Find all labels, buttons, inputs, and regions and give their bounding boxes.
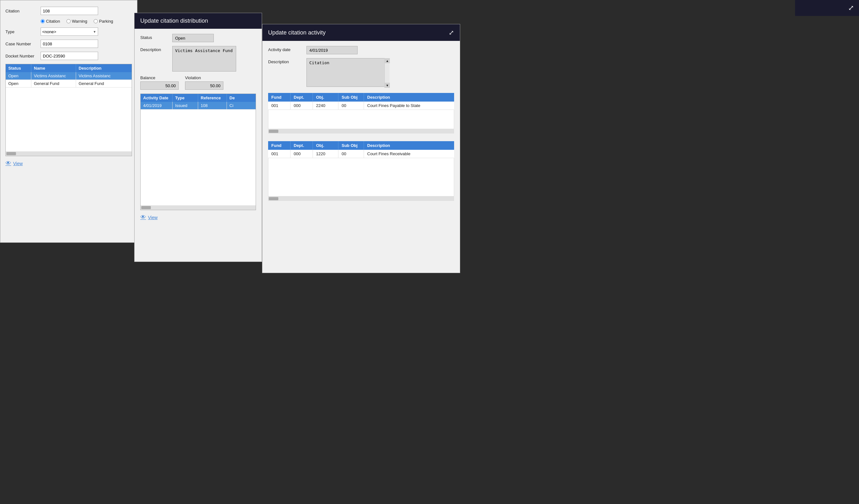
g2-col-obj: Obj. [313, 141, 338, 150]
grid1-empty [268, 110, 454, 129]
grid1-row[interactable]: 001 000 2240 00 Court Fines Payable to S… [268, 102, 454, 110]
row1-name: Victims Assistanc [31, 72, 76, 79]
citation-label: Citation [5, 9, 41, 13]
g1-dept: 000 [290, 102, 313, 109]
expand-activity-icon[interactable]: ⤢ [449, 29, 454, 36]
g1-col-dept: Dept. [290, 93, 313, 102]
activity-date-row: Activity date [268, 46, 454, 54]
grid1-scrollbar[interactable] [268, 129, 454, 134]
citation-input[interactable] [41, 7, 98, 15]
dist-scrollbar-thumb[interactable] [141, 206, 151, 209]
grid1-header: Fund Dept. Obj. Sub Obj Description [268, 93, 454, 102]
case-number-input[interactable] [41, 40, 98, 48]
scroll-down-arrow[interactable]: ▼ [385, 83, 390, 88]
table-row[interactable]: Open Victims Assistanc Victims Assistanc [6, 72, 132, 80]
activity-panel: Update citation activity ⤢ Activity date… [262, 24, 460, 273]
activity-table-header: Activity Date Type Reference De [140, 94, 256, 102]
g2-description: Court Fines Receivable [364, 150, 454, 158]
radio-parking-label: Parking [99, 19, 113, 24]
balance-violation-row: Balance Violation [140, 75, 256, 90]
radio-warning[interactable]: Warning [66, 19, 87, 24]
status-row: Status [140, 34, 256, 42]
eye-icon: 👁 [5, 160, 11, 167]
expand-icon[interactable]: ⤢ [848, 4, 854, 12]
activity-date-input [306, 46, 358, 54]
col-description: Description [76, 64, 132, 72]
view-label[interactable]: View [13, 161, 23, 166]
type-select[interactable]: <none> [41, 28, 98, 36]
grid1-scrollbar-thumb[interactable] [269, 130, 278, 133]
g2-subobj: 00 [338, 150, 364, 158]
top-bar: ⤢ [795, 0, 859, 16]
act-reference: 108 [198, 102, 227, 109]
activity-description-textarea: Citation [306, 58, 390, 87]
grid2-row[interactable]: 001 000 1220 00 Court Fines Receivable [268, 150, 454, 158]
g2-col-subobj: Sub Obj [338, 141, 364, 150]
grid2-scrollbar[interactable] [268, 196, 454, 201]
docket-number-input[interactable] [41, 52, 98, 60]
row2-name: General Fund [31, 80, 76, 87]
g1-col-fund: Fund [268, 93, 290, 102]
g1-col-description: Description [364, 93, 454, 102]
grid1-section: Fund Dept. Obj. Sub Obj Description 001 … [268, 93, 454, 134]
status-label: Status [140, 34, 172, 40]
g1-col-subobj: Sub Obj [338, 93, 364, 102]
col-status: Status [6, 64, 31, 72]
description-label: Description [140, 46, 172, 52]
g1-obj: 2240 [313, 102, 338, 109]
activity-table-row[interactable]: 4/01/2019 Issued 108 Ci [140, 102, 256, 109]
horizontal-scrollbar[interactable] [6, 151, 132, 156]
balance-input [140, 81, 179, 90]
act-type: Issued [172, 102, 198, 109]
violation-label: Violation [185, 75, 223, 80]
col-activity-date: Activity Date [140, 94, 172, 102]
distribution-view-label[interactable]: View [148, 215, 157, 220]
status-input [172, 34, 214, 42]
distribution-panel-title: Update citation distribution [135, 13, 262, 29]
grid2-scrollbar-thumb[interactable] [269, 197, 278, 200]
g2-obj: 1220 [313, 150, 338, 158]
radio-parking[interactable]: Parking [94, 19, 113, 24]
radio-warning-label: Warning [72, 19, 87, 24]
table-empty-space [6, 88, 132, 151]
activity-description-scrollbar[interactable]: ▲ ▼ [385, 58, 390, 88]
balance-label: Balance [140, 75, 179, 80]
citation-table-header: Status Name Description [6, 64, 132, 72]
radio-citation[interactable]: Citation [41, 19, 60, 24]
row2-status: Open [6, 80, 31, 87]
case-number-row: Case Number [5, 40, 132, 48]
activity-table: Activity Date Type Reference De 4/01/201… [140, 94, 256, 210]
citation-row: Citation [5, 7, 132, 15]
g2-dept: 000 [290, 150, 313, 158]
activity-title-text: Update citation activity [268, 29, 326, 36]
scroll-up-arrow[interactable]: ▲ [385, 58, 390, 63]
grid2-header: Fund Dept. Obj. Sub Obj Description [268, 141, 454, 150]
distribution-view-link[interactable]: 👁 View [140, 214, 256, 221]
distribution-eye-icon: 👁 [140, 214, 146, 221]
type-label: Type [5, 29, 41, 34]
table-row[interactable]: Open General Fund General Fund [6, 80, 132, 88]
col-name: Name [31, 64, 76, 72]
distribution-panel-body: Status Description Victims Assistance Fu… [135, 29, 262, 226]
activity-panel-body: Activity date Description Citation ▲ ▼ F… [262, 41, 460, 211]
case-number-label: Case Number [5, 42, 41, 46]
radio-group: Citation Warning Parking [5, 19, 132, 24]
scroll-track [385, 63, 390, 83]
act-de: Ci [227, 102, 256, 109]
activity-description-label: Description [268, 58, 306, 64]
g1-subobj: 00 [338, 102, 364, 109]
grid2-section: Fund Dept. Obj. Sub Obj Description 001 … [268, 141, 454, 201]
g1-fund: 001 [268, 102, 290, 109]
g2-col-description: Description [364, 141, 454, 150]
scrollbar-thumb[interactable] [6, 152, 16, 155]
balance-group: Balance [140, 75, 179, 90]
row1-status: Open [6, 72, 31, 79]
row1-description: Victims Assistanc [76, 72, 132, 79]
g1-col-obj: Obj. [313, 93, 338, 102]
activity-description-wrapper: Citation ▲ ▼ [306, 58, 390, 88]
view-link[interactable]: 👁 View [5, 160, 132, 167]
g2-col-fund: Fund [268, 141, 290, 150]
g2-col-dept: Dept. [290, 141, 313, 150]
dist-horizontal-scrollbar[interactable] [140, 205, 256, 210]
g1-description: Court Fines Payable to State [364, 102, 454, 109]
